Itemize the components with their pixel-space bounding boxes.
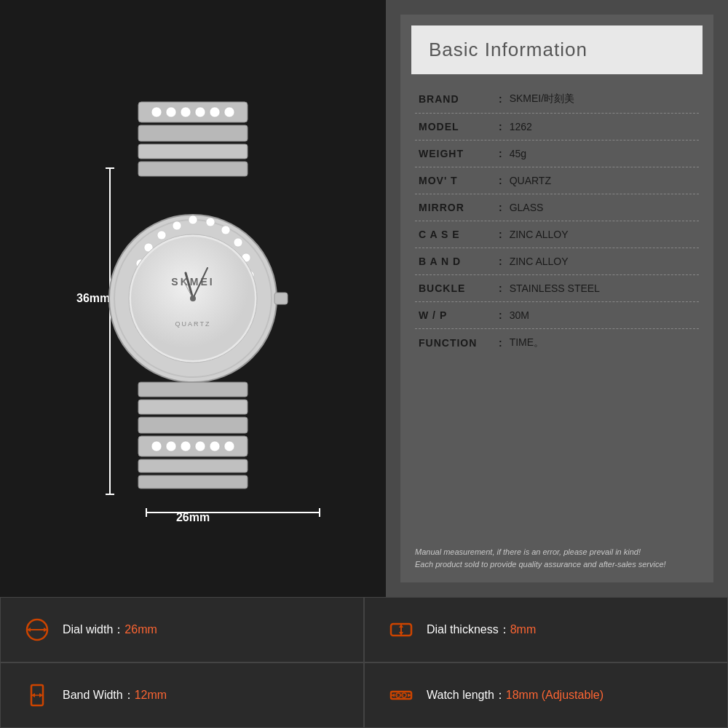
svg-rect-8 [138, 144, 248, 159]
watch-svg-wrapper: SKMEI QUARTZ [69, 95, 317, 502]
svg-rect-43 [138, 382, 248, 397]
info-colon: : [499, 282, 502, 294]
info-note: Manual measurement, if there is an error… [400, 539, 713, 582]
info-value: ZINC ALLOY [510, 229, 569, 240]
info-colon: : [499, 337, 502, 349]
info-value: QUARTZ [510, 175, 551, 186]
watch-panel: 36mm [0, 0, 386, 597]
spec-watch-length: Watch length：18mm (Adjustable) [364, 662, 728, 728]
dial-thickness-icon [387, 617, 416, 643]
svg-rect-9 [138, 162, 248, 176]
svg-point-32 [157, 231, 166, 240]
watch-length-text: Watch length：18mm (Adjustable) [427, 688, 604, 703]
note-line-2: Each product sold to provide quality ass… [415, 558, 699, 571]
info-value: 30M [510, 309, 529, 321]
spec-dial-width: Dial width：26mm [0, 597, 364, 662]
info-row: W / P : 30M [415, 302, 699, 329]
info-colon: : [499, 121, 502, 132]
info-key: B A N D [419, 256, 499, 267]
info-value: ZINC ALLOY [510, 256, 569, 267]
info-value: SKMEI/时刻美 [510, 92, 574, 106]
svg-rect-7 [138, 125, 248, 141]
bottom-section: Dial width：26mm Dial thickness：8mm [0, 597, 728, 728]
band-width-value: 12mm [135, 689, 167, 701]
spec-band-width: Band Width：12mm [0, 662, 364, 728]
info-key: WEIGHT [419, 148, 499, 159]
info-key: FUNCTION [419, 337, 499, 349]
svg-point-49 [181, 441, 191, 451]
info-row: MOV' T : QUARTZ [415, 167, 699, 194]
dial-width-value: 26mm [124, 623, 157, 636]
svg-rect-54 [138, 475, 248, 488]
info-row: BUCKLE : STAINLESS STEEL [415, 275, 699, 302]
svg-rect-42 [274, 293, 288, 304]
dial-thickness-value: 8mm [510, 623, 537, 636]
info-value: STAINLESS STEEL [510, 282, 600, 294]
info-colon: : [499, 229, 502, 240]
note-line-1: Manual measurement, if there is an error… [415, 546, 699, 559]
svg-point-48 [166, 441, 176, 451]
info-card: Basic Information BRAND : SKMEI/时刻美 MODE… [400, 15, 713, 582]
info-row: MIRROR : GLASS [415, 194, 699, 221]
svg-rect-45 [138, 417, 248, 433]
svg-text:QUARTZ: QUARTZ [175, 320, 211, 328]
watch-illustration: 36mm [69, 95, 317, 502]
svg-point-47 [151, 441, 162, 451]
bottom-row-2: Band Width：12mm Watch length：18mm [0, 662, 728, 728]
info-title: Basic Information [429, 39, 587, 60]
watch-length-value: 18mm (Adjustable) [506, 689, 604, 701]
band-width-text: Band Width：12mm [63, 688, 167, 703]
svg-point-14 [221, 226, 230, 234]
info-row: B A N D : ZINC ALLOY [415, 248, 699, 275]
info-colon: : [499, 93, 502, 105]
svg-point-2 [166, 107, 176, 117]
watch-svg: SKMEI QUARTZ [69, 95, 317, 502]
bottom-row-1: Dial width：26mm Dial thickness：8mm [0, 597, 728, 662]
info-colon: : [499, 175, 502, 186]
info-row: WEIGHT : 45g [415, 141, 699, 167]
info-key: BUCKLE [419, 282, 499, 294]
watch-length-icon [387, 682, 416, 708]
svg-point-1 [151, 107, 162, 117]
svg-point-5 [210, 107, 220, 117]
info-row: MODEL : 1262 [415, 114, 699, 141]
info-colon: : [499, 202, 502, 213]
svg-point-41 [190, 296, 196, 301]
dial-width-text: Dial width：26mm [63, 622, 157, 638]
info-key: BRAND [419, 93, 499, 105]
svg-point-6 [224, 107, 234, 117]
info-row: FUNCTION : TIME。 [415, 329, 699, 357]
info-key: MODEL [419, 121, 499, 132]
svg-point-13 [206, 218, 215, 226]
info-key: MIRROR [419, 202, 499, 213]
info-colon: : [499, 309, 502, 321]
svg-point-4 [195, 107, 205, 117]
svg-point-15 [234, 238, 242, 247]
info-row: BRAND : SKMEI/时刻美 [415, 85, 699, 114]
info-key: MOV' T [419, 175, 499, 186]
top-section: 36mm [0, 0, 728, 597]
info-title-bar: Basic Information [411, 25, 703, 74]
svg-rect-44 [138, 400, 248, 414]
svg-point-3 [181, 107, 191, 117]
spec-dial-thickness: Dial thickness：8mm [364, 597, 728, 662]
info-colon: : [499, 256, 502, 267]
svg-point-51 [210, 441, 220, 451]
info-rows: BRAND : SKMEI/时刻美 MODEL : 1262 WEIGHT : … [400, 82, 713, 539]
info-value: GLASS [510, 202, 544, 213]
svg-point-52 [224, 441, 234, 451]
svg-rect-53 [138, 459, 248, 472]
info-colon: : [499, 148, 502, 159]
dial-width-icon [23, 617, 52, 643]
svg-text:SKMEI: SKMEI [171, 276, 214, 288]
info-panel: Basic Information BRAND : SKMEI/时刻美 MODE… [386, 0, 728, 597]
info-key: W / P [419, 309, 499, 321]
svg-point-12 [189, 215, 197, 224]
info-key: C A S E [419, 229, 499, 240]
svg-point-33 [173, 221, 181, 230]
horizontal-dimension-line [146, 512, 320, 513]
band-width-icon [23, 682, 52, 708]
info-row: C A S E : ZINC ALLOY [415, 221, 699, 248]
main-container: 36mm [0, 0, 728, 728]
info-value: 45g [510, 148, 526, 159]
